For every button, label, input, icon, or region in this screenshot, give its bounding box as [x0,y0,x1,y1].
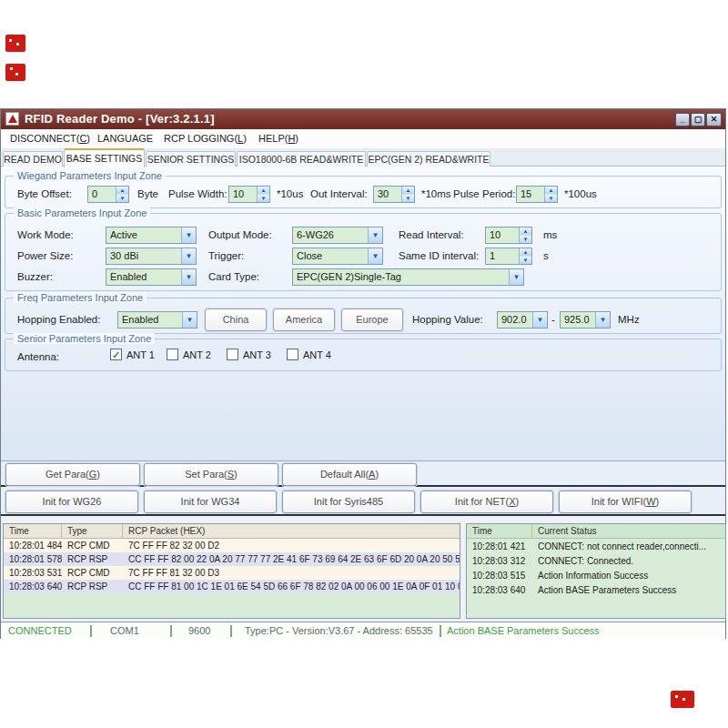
tab-epc-gen2[interactable]: EPC(GEN 2) READ&WRITE [367,151,490,167]
spin-up-icon[interactable]: ▲ [520,228,531,236]
spin-down-icon[interactable]: ▼ [258,195,269,202]
trigger-select[interactable]: Close ▾ [292,248,383,265]
dropdown-arrow-icon[interactable]: ▾ [509,269,523,285]
menu-item-language[interactable]: LANGUAGE [97,133,153,144]
europe-button[interactable]: Europe [341,308,403,331]
byte-offset-spinner[interactable]: 0 ▲▼ [87,186,129,203]
dropdown-arrow-icon[interactable]: ▾ [368,228,382,243]
out-interval-value: 30 [378,188,389,199]
status-separator [230,625,232,637]
dropdown-arrow-icon[interactable]: ▾ [532,312,547,328]
spin-up-icon[interactable]: ▲ [545,187,557,195]
pulse-width-spinner[interactable]: 10 ▲▼ [228,186,270,203]
table-row[interactable]: 10:28:03 515Action Information Success [467,569,725,583]
china-button[interactable]: China [205,308,267,331]
spin-up-icon[interactable]: ▲ [116,187,128,195]
dropdown-arrow-icon[interactable]: ▾ [368,248,382,264]
read-interval-value: 10 [490,229,500,240]
ant1-label: ANT 1 [126,349,155,360]
buzzer-select[interactable]: Enabled ▾ [106,268,197,286]
menu-item-disconnect[interactable]: DISCONNECT(C) [10,133,90,144]
init-wg26-button[interactable]: Init for WG26 [5,490,138,513]
card-type-select[interactable]: EPC(GEN 2)Single-Tag ▾ [292,268,524,286]
maximize-button[interactable]: ▢ [691,113,705,126]
init-wifi-button[interactable]: Init for WIFI(W) [559,490,692,513]
ant4-checkbox[interactable] [287,349,298,360]
spin-up-icon[interactable]: ▲ [258,187,269,195]
table-row[interactable]: 10:28:03 312CONNECT: Connected. [467,554,725,569]
table-row[interactable]: 10:28:01 421CONNECT: not connect reader,… [467,540,725,554]
minimize-button[interactable]: _ [675,113,690,126]
hopping-value-label: Hopping Value: [412,314,483,325]
read-interval-spinner[interactable]: 10 ▲▼ [485,227,532,244]
get-para-button[interactable]: Get Para(G) [5,463,140,486]
menu-item-help[interactable]: HELP(H) [258,133,298,144]
spin-down-icon[interactable]: ▼ [520,236,531,243]
out-interval-spinner[interactable]: 30 ▲▼ [373,186,415,203]
buzzer-value: Enabled [110,271,147,282]
close-button[interactable]: ✕ [706,113,722,126]
work-mode-value: Active [110,229,137,240]
tab-read-demo[interactable]: READ DEMO [3,151,63,167]
table-row[interactable]: 10:28:03 640RCP RSPCC FF FF 81 00 1C 1E … [4,580,460,593]
power-size-select[interactable]: 30 dBi ▾ [106,248,197,265]
com-port: COM1 [110,625,139,636]
title-bar: RFID Reader Demo - [Ver:3.2.1.1] _ ▢ ✕ [1,109,725,129]
dropdown-arrow-icon[interactable]: ▾ [181,269,196,285]
spin-down-icon[interactable]: ▼ [116,195,128,202]
tab-senior-settings[interactable]: SENIOR SETTINGS [146,151,236,167]
read-interval-label: Read Interval: [399,229,464,240]
america-button[interactable]: America [273,308,335,331]
ant1-checkbox[interactable]: ✓ [110,349,122,360]
spin-up-icon[interactable]: ▲ [520,248,531,257]
spin-down-icon[interactable]: ▼ [545,195,557,202]
table-row[interactable]: 10:28:01 484RCP CMD7C FF FF 82 32 00 D2 [4,539,460,552]
ant2-checkbox[interactable] [167,349,178,360]
status-log-table: Time Current Status 10:28:01 421CONNECT:… [466,523,726,619]
hopping-enabled-label: Hopping Enabled: [17,314,100,325]
card-type-label: Card Type: [208,271,259,282]
set-para-button[interactable]: Set Para(S) [144,463,278,486]
last-action-status: Action BASE Parameters Success [447,625,600,636]
pulse-period-spinner[interactable]: 15 ▲▼ [516,186,558,203]
same-id-interval-spinner[interactable]: 1 ▲▼ [485,248,532,265]
ant3-checkbox[interactable] [227,349,238,360]
dropdown-arrow-icon[interactable]: ▾ [181,248,196,264]
table-row[interactable]: 10:28:03 640Action BASE Parameters Succe… [467,583,725,598]
init-net-button[interactable]: Init for NET(X) [420,490,553,513]
red-marker-bottom [671,691,694,708]
init-syris485-button[interactable]: Init for Syris485 [282,490,415,513]
log-tables-region: Time Type RCP Packet (HEX) 10:28:01 484R… [1,516,725,622]
spin-up-icon[interactable]: ▲ [402,187,414,195]
menu-item-rcp-logging[interactable]: RCP LOGGING(L) [164,133,247,144]
trigger-value: Close [297,250,322,261]
table-row[interactable]: 10:28:01 578RCP RSPCC FF FF 82 00 22 0A … [4,552,460,566]
work-mode-select[interactable]: Active ▾ [106,227,197,244]
base-settings-panel: Wiegand Parameters Input Zone Byte Offse… [1,167,725,460]
freq-group-title: Freq Parameters Input Zone [14,292,147,303]
col-time: Time [467,524,532,538]
dropdown-arrow-icon[interactable]: ▾ [182,312,197,328]
tab-base-settings[interactable]: BASE SETTINGS [64,148,145,167]
app-window: RFID Reader Demo - [Ver:3.2.1.1] _ ▢ ✕ D… [0,108,726,639]
init-wg34-button[interactable]: Init for WG34 [144,490,277,513]
output-mode-select[interactable]: 6-WG26 ▾ [292,227,383,244]
spin-down-icon[interactable]: ▼ [520,257,531,264]
hopping-from-select[interactable]: 902.0 ▾ [497,311,548,329]
table-row[interactable]: 10:28:03 531RCP CMD7C FF FF 81 32 00 D3 [4,566,460,580]
output-mode-value: 6-WG26 [297,229,334,240]
card-type-value: EPC(GEN 2)Single-Tag [297,271,401,282]
pulse-period-value: 15 [521,188,531,199]
status-separator [90,625,92,637]
byte-offset-label: Byte Offset: [17,188,72,199]
action-button-strip: Get Para(G) Set Para(S) Default All(A) [1,460,725,487]
dropdown-arrow-icon[interactable]: ▾ [595,312,610,328]
hopping-unit-label: MHz [618,314,640,325]
same-id-interval-value: 1 [490,250,495,261]
tab-iso18000-6b[interactable]: ISO18000-6B READ&WRITE [237,151,366,167]
default-all-button[interactable]: Default All(A) [282,463,417,486]
spin-down-icon[interactable]: ▼ [402,195,414,202]
hopping-enabled-select[interactable]: Enabled ▾ [117,311,197,329]
dropdown-arrow-icon[interactable]: ▾ [181,228,196,243]
hopping-to-select[interactable]: 925.0 ▾ [560,311,611,329]
